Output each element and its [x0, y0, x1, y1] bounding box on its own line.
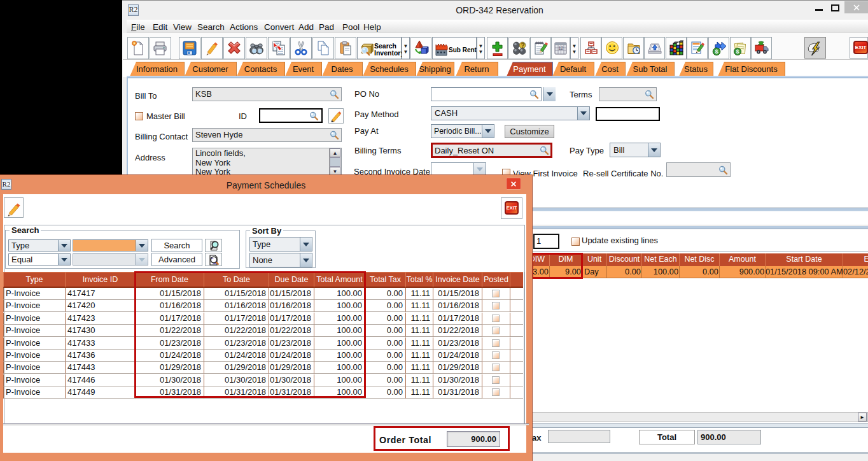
svg-text:$: $: [715, 48, 718, 55]
svg-text:$: $: [736, 48, 739, 55]
svg-text:12: 12: [559, 46, 564, 50]
svg-text:?: ?: [521, 42, 524, 49]
